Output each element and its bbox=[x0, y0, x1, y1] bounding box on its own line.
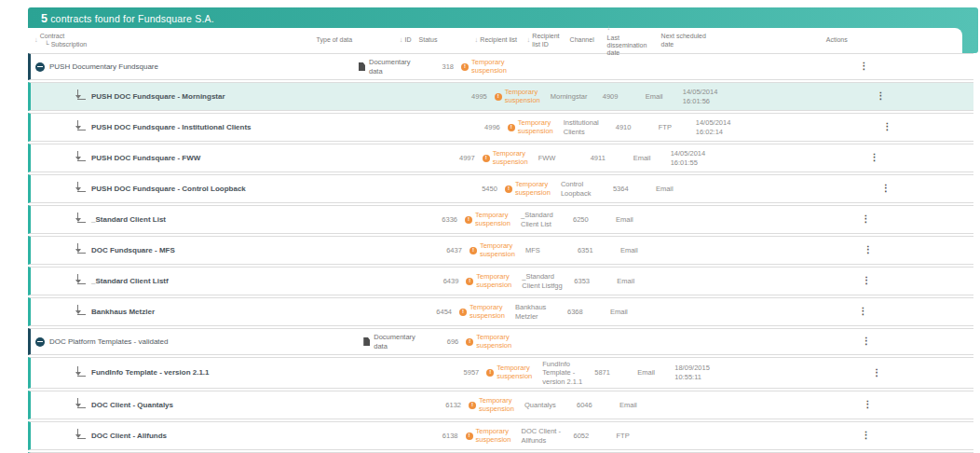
next-scheduled-cell bbox=[704, 280, 758, 283]
column-header-rlist[interactable]: ↓Recipient list bbox=[471, 36, 524, 45]
actions-cell: ⋮ bbox=[775, 149, 973, 167]
row-actions-kebab-button[interactable]: ⋮ bbox=[870, 89, 890, 103]
subscription-branch-icon bbox=[75, 400, 87, 410]
subscription-name: DOC Fundsquare - MFS bbox=[91, 246, 175, 255]
subscription-name: DOC Client - Quantalys bbox=[91, 401, 173, 410]
contract-id-cell: 6132 bbox=[435, 399, 465, 411]
column-header-rid[interactable]: ↓Recipient list ID bbox=[524, 33, 566, 48]
column-header-last[interactable]: ↓Last dissemination date bbox=[604, 24, 658, 57]
warning-icon: ! bbox=[495, 93, 502, 101]
table-row[interactable]: FundInfo Template - version 2.1.15957!Te… bbox=[28, 357, 973, 389]
row-actions-kebab-button[interactable]: ⋮ bbox=[877, 120, 896, 134]
row-actions-kebab-button[interactable]: ⋮ bbox=[858, 243, 878, 257]
table-row[interactable]: PUSH DOC Fundsquare - Control Loopback54… bbox=[28, 174, 973, 203]
table-row[interactable]: DOC Client - Allfunds6138!Temporary susp… bbox=[28, 421, 973, 450]
channel-cell: Email bbox=[633, 366, 671, 378]
next-scheduled-cell bbox=[700, 65, 754, 69]
column-label-wrap: Contract└ Subscription bbox=[40, 33, 87, 48]
status-cell: !Temporary suspension bbox=[461, 210, 517, 229]
channel-cell: Email bbox=[617, 244, 654, 256]
type-of-data-cell bbox=[388, 95, 461, 99]
collapse-group-icon[interactable] bbox=[35, 337, 45, 347]
results-banner: 5contracts found for Fundsquare S.A. ↓Co… bbox=[28, 7, 978, 53]
last-dissemination-cell bbox=[650, 280, 704, 283]
row-actions-kebab-button[interactable]: ⋮ bbox=[856, 274, 876, 288]
row-actions-kebab-button[interactable]: ⋮ bbox=[858, 398, 878, 412]
last-dissemination-cell: 14/05/201416:01:55 bbox=[667, 147, 721, 170]
contract-id-cell: 6138 bbox=[432, 430, 462, 442]
type-of-data-cell: Documentary data bbox=[355, 56, 428, 77]
channel-cell: Email bbox=[613, 275, 650, 287]
table-row[interactable]: PUSH DOC Fundsquare - Institutional Clie… bbox=[28, 113, 973, 142]
status-label: Temporary suspension bbox=[479, 397, 515, 413]
table-row[interactable]: Bankhaus Metzler6454!Temporary suspensio… bbox=[28, 297, 973, 326]
status-label: Temporary suspension bbox=[471, 59, 508, 75]
status-cell: !Temporary suspension bbox=[501, 179, 557, 199]
row-actions-kebab-button[interactable]: ⋮ bbox=[853, 305, 873, 319]
table-row[interactable]: DOC Fundsquare - MFS6437!Temporary suspe… bbox=[28, 236, 973, 265]
status-cell: !Temporary suspension bbox=[457, 57, 513, 76]
sort-descending-icon: ↓ bbox=[607, 24, 611, 33]
table-row[interactable]: PUSH DOC Fundsquare - FWW4997!Temporary … bbox=[28, 144, 973, 172]
column-label: Last dissemination date bbox=[607, 34, 654, 57]
next-scheduled-cell bbox=[721, 157, 775, 160]
type-of-data-cell bbox=[353, 310, 426, 314]
column-label-wrap: Actions bbox=[826, 36, 848, 44]
last-dissemination-cell bbox=[654, 249, 708, 253]
branch-arrow bbox=[75, 434, 81, 438]
contract-cell: PUSH DOC Fundsquare - Institutional Clie… bbox=[31, 120, 402, 134]
column-header-type: Type of data bbox=[313, 36, 386, 44]
channel-cell: Email bbox=[612, 213, 649, 226]
table-row[interactable]: PUSH DOC Fundsquare - Morningstar4995!Te… bbox=[28, 82, 973, 111]
recipient-list-cell: FWW bbox=[535, 152, 587, 164]
last-dissemination-time: 16:02:14 bbox=[696, 128, 723, 137]
table-row[interactable]: PUSH Documentary FundsquareDocumentary d… bbox=[28, 53, 973, 80]
actions-cell: ⋮ bbox=[758, 272, 973, 290]
type-of-data-cell bbox=[399, 187, 471, 191]
warning-icon: ! bbox=[461, 63, 469, 71]
row-actions-kebab-button[interactable]: ⋮ bbox=[854, 60, 874, 74]
recipient-list-cell: Quantalys bbox=[521, 399, 573, 411]
column-label: Status bbox=[419, 36, 438, 44]
next-scheduled-cell bbox=[698, 310, 752, 314]
type-of-data-cell: Documentary data bbox=[360, 331, 432, 352]
branch-arrow bbox=[75, 310, 81, 314]
next-scheduled-cell bbox=[743, 187, 797, 191]
row-actions-kebab-button[interactable]: ⋮ bbox=[856, 213, 876, 226]
column-header-id[interactable]: ↓ID bbox=[386, 36, 415, 45]
contract-id-cell: 5957 bbox=[453, 366, 483, 378]
actions-cell: ⋮ bbox=[761, 396, 973, 414]
recipient-list-id-cell: 4909 bbox=[599, 90, 642, 103]
table-row[interactable]: _Standard Client Listf6439!Temporary sus… bbox=[28, 267, 973, 295]
column-header-contract[interactable]: ↓Contract└ Subscription bbox=[31, 33, 313, 48]
contract-id-cell: 4996 bbox=[474, 121, 504, 133]
actions-cell: ⋮ bbox=[752, 303, 973, 321]
type-of-data-cell bbox=[360, 280, 432, 283]
warning-icon: ! bbox=[465, 216, 472, 224]
actions-cell: ⋮ bbox=[758, 427, 973, 445]
contract-id-cell: 6437 bbox=[436, 244, 466, 256]
recipient-list-id-cell: 6052 bbox=[570, 430, 613, 442]
table-header-row: ↓Contract└ SubscriptionType of data↓IDSt… bbox=[28, 28, 962, 53]
sort-descending-icon: ↓ bbox=[400, 36, 403, 45]
results-count: 5 bbox=[41, 12, 48, 25]
table-row[interactable]: _Standard Client List6336!Temporary susp… bbox=[28, 205, 973, 234]
status-label: Temporary suspension bbox=[493, 150, 529, 166]
row-actions-kebab-button[interactable]: ⋮ bbox=[864, 151, 884, 165]
subscription-branch-icon bbox=[75, 184, 87, 194]
column-header-next: Next scheduled date bbox=[658, 33, 712, 48]
type-of-data-cell bbox=[402, 126, 474, 130]
row-actions-kebab-button[interactable]: ⋮ bbox=[856, 335, 876, 349]
table-row[interactable]: DOC Platform Templates - validatedDocume… bbox=[28, 328, 973, 355]
collapse-group-icon[interactable] bbox=[35, 62, 45, 72]
row-actions-kebab-button[interactable]: ⋮ bbox=[866, 366, 886, 380]
results-banner-title: 5contracts found for Fundsquare S.A. bbox=[28, 7, 978, 25]
column-header-actions: Actions bbox=[712, 36, 962, 44]
last-dissemination-date: 14/05/2014 bbox=[671, 149, 706, 158]
branch-arrow bbox=[75, 372, 81, 376]
branch-arrow bbox=[75, 249, 81, 253]
column-label: Actions bbox=[826, 36, 848, 44]
table-row[interactable]: DOC Client - Quantalys6132!Temporary sus… bbox=[28, 391, 973, 419]
row-actions-kebab-button[interactable]: ⋮ bbox=[856, 429, 876, 443]
row-actions-kebab-button[interactable]: ⋮ bbox=[876, 182, 895, 196]
